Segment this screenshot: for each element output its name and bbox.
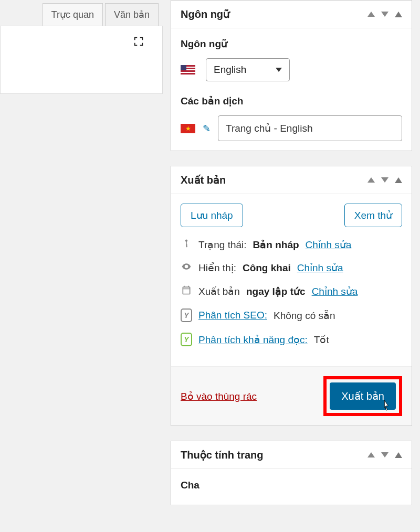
edit-translation-icon[interactable]: ✎ xyxy=(203,123,211,134)
language-metabox-title: Ngôn ngữ xyxy=(181,8,230,20)
publish-date-value: ngay lập tức xyxy=(246,285,306,297)
edit-visibility-link[interactable]: Chỉnh sửa xyxy=(297,262,343,274)
seo-value: Không có sẵn xyxy=(274,310,335,322)
visibility-value: Công khai xyxy=(243,262,291,274)
publish-metabox: Xuất bản Lưu nháp Xem thử Trạng thái: xyxy=(171,166,412,426)
editor-tabs: Trực quan Văn bản xyxy=(0,0,163,26)
language-select[interactable]: English xyxy=(206,58,290,81)
page-attributes-metabox: Thuộc tính trang Cha xyxy=(171,441,412,505)
editor-content-area[interactable] xyxy=(0,26,163,94)
move-down-icon[interactable] xyxy=(381,12,388,17)
edit-publish-date-link[interactable]: Chỉnh sửa xyxy=(312,285,358,297)
language-select-value: English xyxy=(214,64,246,76)
language-metabox: Ngôn ngữ Ngôn ngữ English Các bản dịch xyxy=(171,0,412,151)
save-draft-button[interactable]: Lưu nháp xyxy=(181,204,243,227)
publish-button[interactable]: Xuất bản xyxy=(330,382,396,410)
move-up-icon[interactable] xyxy=(368,177,375,183)
collapse-icon[interactable] xyxy=(395,452,402,458)
seo-analysis-link[interactable]: Phân tích SEO: xyxy=(198,310,267,321)
status-value: Bản nháp xyxy=(253,239,299,251)
visibility-row: Hiển thị: Công khai Chỉnh sửa xyxy=(181,261,402,274)
readability-row: Y Phân tích khả năng đọc: Tốt xyxy=(181,333,402,346)
publish-date-row: Xuất bản ngay lập tức Chỉnh sửa xyxy=(181,285,402,298)
highlight-annotation: Xuất bản xyxy=(323,376,402,416)
eye-icon xyxy=(181,261,192,274)
fullscreen-icon[interactable] xyxy=(133,36,144,49)
translation-input[interactable]: Trang chủ - English xyxy=(218,115,402,141)
collapse-icon[interactable] xyxy=(395,12,402,17)
edit-status-link[interactable]: Chỉnh sửa xyxy=(306,239,352,251)
publish-date-label: Xuất bản xyxy=(198,285,240,297)
visibility-label: Hiển thị: xyxy=(198,262,236,274)
flag-vn-icon: ★ xyxy=(181,124,195,133)
flag-us-icon xyxy=(181,65,195,75)
move-to-trash-link[interactable]: Bỏ vào thùng rác xyxy=(181,390,257,402)
key-icon xyxy=(181,239,192,251)
preview-button[interactable]: Xem thử xyxy=(344,204,402,227)
seo-row: Y Phân tích SEO: Không có sẵn xyxy=(181,308,402,322)
move-down-icon[interactable] xyxy=(381,177,388,183)
status-row: Trạng thái: Bản nháp Chỉnh sửa xyxy=(181,239,402,251)
chevron-down-icon xyxy=(276,68,282,72)
tab-text[interactable]: Văn bản xyxy=(105,3,159,26)
readability-analysis-link[interactable]: Phân tích khả năng đọc: xyxy=(198,334,308,346)
yoast-seo-icon: Y xyxy=(181,308,192,322)
parent-label: Cha xyxy=(181,480,402,491)
move-up-icon[interactable] xyxy=(368,12,375,17)
status-label: Trạng thái: xyxy=(198,239,247,251)
readability-value: Tốt xyxy=(314,334,329,346)
calendar-icon xyxy=(181,285,192,298)
move-down-icon[interactable] xyxy=(381,452,388,457)
tab-visual[interactable]: Trực quan xyxy=(43,3,103,26)
language-field-label: Ngôn ngữ xyxy=(181,38,402,50)
translations-label: Các bản dịch xyxy=(181,95,402,107)
yoast-readability-icon: Y xyxy=(181,333,192,346)
move-up-icon[interactable] xyxy=(368,452,375,457)
publish-metabox-title: Xuất bản xyxy=(181,174,226,186)
collapse-icon[interactable] xyxy=(395,177,402,183)
page-attributes-title: Thuộc tính trang xyxy=(181,449,264,461)
